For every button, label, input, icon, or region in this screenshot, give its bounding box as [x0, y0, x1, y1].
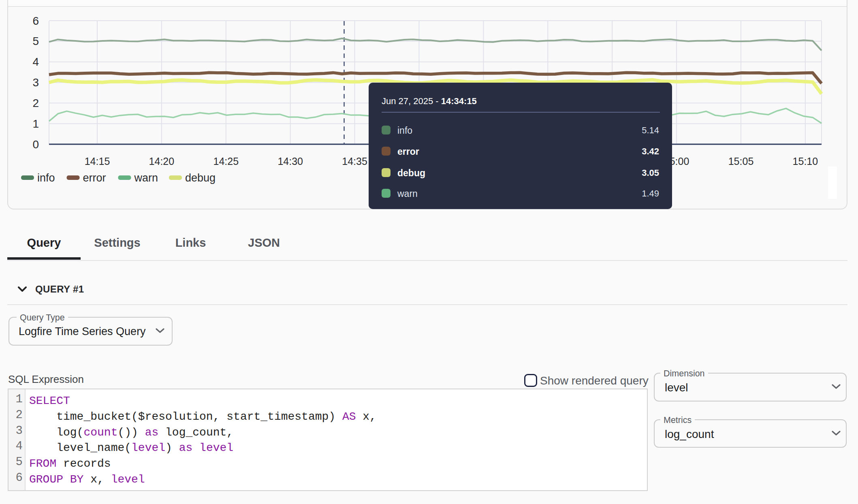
- svg-text:3: 3: [32, 76, 39, 89]
- svg-text:1: 1: [32, 117, 39, 130]
- svg-text:14:30: 14:30: [277, 156, 303, 167]
- svg-text:14:35: 14:35: [342, 156, 367, 167]
- svg-text:15:10: 15:10: [793, 156, 818, 167]
- svg-text:4: 4: [32, 56, 39, 68]
- svg-text:error: error: [83, 172, 106, 184]
- svg-text:5: 5: [32, 35, 39, 47]
- svg-text:14:15: 14:15: [85, 156, 110, 167]
- svg-text:6: 6: [32, 15, 39, 27]
- svg-text:14:20: 14:20: [149, 156, 175, 167]
- svg-text:warn: warn: [134, 172, 158, 184]
- svg-text:info: info: [37, 172, 55, 184]
- svg-text:14:25: 14:25: [213, 156, 239, 167]
- svg-text:debug: debug: [185, 172, 216, 184]
- svg-text:0: 0: [32, 138, 39, 151]
- svg-text:15:05: 15:05: [728, 156, 754, 167]
- svg-text:2: 2: [32, 97, 39, 109]
